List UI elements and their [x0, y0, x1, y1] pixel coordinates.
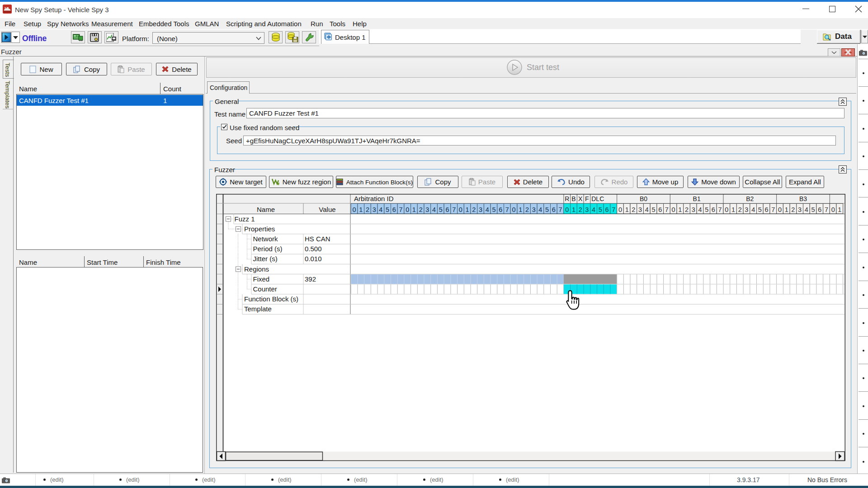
svg-text:1: 1: [359, 206, 363, 213]
svg-text:6: 6: [392, 206, 396, 213]
svg-text:6: 6: [658, 206, 662, 213]
svg-text:4: 4: [645, 206, 649, 213]
svg-text:7: 7: [505, 206, 509, 213]
svg-text:7: 7: [559, 206, 562, 213]
svg-text:X: X: [578, 195, 583, 202]
svg-text:Fuzz 1: Fuzz 1: [235, 215, 255, 223]
svg-text:7: 7: [452, 206, 456, 213]
svg-text:1: 1: [838, 206, 841, 213]
svg-text:Fixed: Fixed: [253, 275, 270, 283]
svg-text:B1: B1: [693, 195, 701, 202]
svg-text:3: 3: [692, 206, 695, 213]
svg-text:1: 1: [519, 206, 522, 213]
svg-text:3: 3: [798, 206, 802, 213]
svg-text:0: 0: [831, 206, 835, 213]
svg-text:Jitter (s): Jitter (s): [253, 255, 278, 263]
svg-text:7: 7: [771, 206, 775, 213]
svg-text:0: 0: [672, 206, 675, 213]
svg-text:4: 4: [805, 206, 808, 213]
svg-text:0: 0: [618, 206, 622, 213]
svg-text:0: 0: [406, 206, 409, 213]
svg-text:3: 3: [425, 206, 429, 213]
svg-text:Value: Value: [319, 206, 335, 213]
svg-text:Function Block (s): Function Block (s): [244, 295, 298, 303]
svg-text:4: 4: [379, 206, 382, 213]
svg-text:0: 0: [565, 206, 569, 213]
svg-text:5: 5: [811, 206, 815, 213]
svg-text:5: 5: [386, 206, 389, 213]
svg-text:7: 7: [825, 206, 828, 213]
svg-text:Counter: Counter: [253, 285, 277, 293]
svg-text:7: 7: [612, 206, 615, 213]
svg-text:Period (s): Period (s): [253, 245, 283, 253]
svg-text:2: 2: [472, 206, 476, 213]
svg-text:0: 0: [778, 206, 782, 213]
svg-text:3: 3: [479, 206, 482, 213]
svg-text:4: 4: [538, 206, 542, 213]
svg-text:0: 0: [725, 206, 728, 213]
svg-text:HS CAN: HS CAN: [305, 235, 330, 243]
svg-text:4: 4: [698, 206, 702, 213]
svg-text:0: 0: [353, 206, 356, 213]
svg-text:B2: B2: [746, 195, 754, 202]
svg-text:3: 3: [373, 206, 376, 213]
svg-text:Template: Template: [244, 305, 272, 313]
svg-text:3: 3: [585, 206, 589, 213]
svg-text:2: 2: [525, 206, 529, 213]
svg-text:Regions: Regions: [244, 265, 269, 273]
svg-text:1: 1: [678, 206, 682, 213]
svg-text:2: 2: [632, 206, 635, 213]
svg-text:6: 6: [445, 206, 449, 213]
svg-text:3: 3: [638, 206, 642, 213]
svg-text:7: 7: [665, 206, 669, 213]
svg-text:B0: B0: [640, 195, 647, 202]
svg-text:6: 6: [605, 206, 609, 213]
svg-text:0: 0: [512, 206, 516, 213]
svg-text:0.010: 0.010: [305, 255, 322, 263]
svg-text:6: 6: [552, 206, 556, 213]
svg-text:5: 5: [651, 206, 655, 213]
svg-text:6: 6: [818, 206, 821, 213]
svg-text:Network: Network: [253, 235, 278, 243]
svg-text:3: 3: [532, 206, 536, 213]
svg-text:Arbitration ID: Arbitration ID: [354, 195, 394, 202]
svg-text:Name: Name: [257, 206, 275, 213]
svg-text:7: 7: [718, 206, 722, 213]
svg-text:5: 5: [439, 206, 443, 213]
svg-text:0: 0: [459, 206, 462, 213]
svg-text:F: F: [585, 195, 589, 202]
svg-text:0.500: 0.500: [305, 245, 322, 253]
svg-text:B: B: [571, 195, 576, 202]
svg-text:2: 2: [366, 206, 369, 213]
svg-text:B3: B3: [799, 195, 807, 202]
svg-text:1: 1: [466, 206, 469, 213]
svg-text:DLC: DLC: [591, 195, 604, 202]
svg-text:5: 5: [599, 206, 602, 213]
svg-text:4: 4: [486, 206, 489, 213]
svg-text:392: 392: [305, 275, 316, 283]
svg-text:6: 6: [765, 206, 769, 213]
svg-text:5: 5: [492, 206, 495, 213]
svg-text:2: 2: [738, 206, 742, 213]
svg-text:4: 4: [432, 206, 436, 213]
svg-text:6: 6: [712, 206, 715, 213]
svg-text:4: 4: [751, 206, 755, 213]
svg-text:7: 7: [399, 206, 402, 213]
svg-text:2: 2: [419, 206, 423, 213]
svg-text:5: 5: [545, 206, 549, 213]
svg-text:2: 2: [791, 206, 795, 213]
svg-text:5: 5: [758, 206, 762, 213]
svg-text:2: 2: [685, 206, 689, 213]
svg-text:R: R: [565, 195, 569, 202]
svg-text:4: 4: [592, 206, 595, 213]
svg-text:3: 3: [745, 206, 748, 213]
svg-text:1: 1: [785, 206, 788, 213]
svg-text:1: 1: [572, 206, 576, 213]
svg-text:1: 1: [625, 206, 629, 213]
svg-text:Properties: Properties: [244, 225, 275, 233]
svg-text:6: 6: [499, 206, 502, 213]
svg-text:1: 1: [412, 206, 416, 213]
svg-text:2: 2: [579, 206, 582, 213]
svg-text:1: 1: [731, 206, 735, 213]
svg-text:5: 5: [705, 206, 708, 213]
